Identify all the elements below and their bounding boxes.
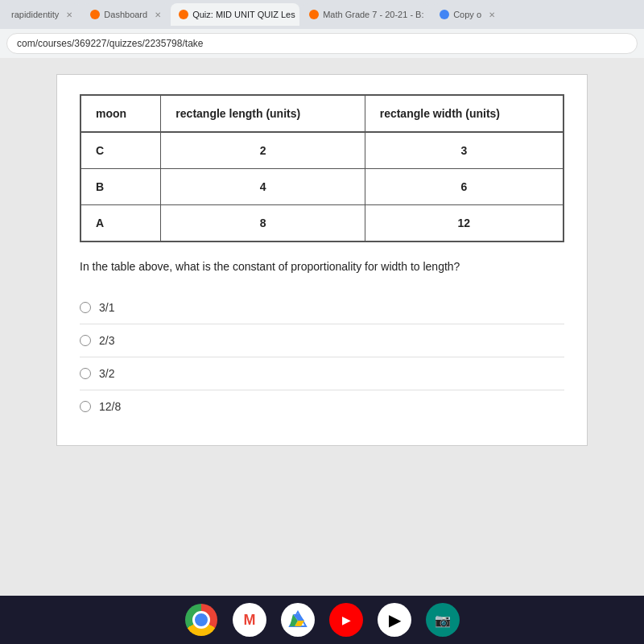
answer-label-3: 3/2 (99, 367, 114, 380)
tab-bar: rapididentity ✕ Dashboard ✕ Quiz: MID UN… (0, 0, 644, 29)
radio-button-2[interactable] (80, 335, 91, 346)
address-text: com/courses/369227/quizzes/2235798/take (17, 38, 204, 49)
cell-length-a: 8 (161, 205, 365, 242)
answer-options: 3/1 2/3 3/2 12/8 (80, 291, 564, 423)
tab-quiz[interactable]: Quiz: MID UNIT QUIZ Les ✕ (171, 3, 299, 26)
col-header-width: rectangle width (units) (365, 95, 564, 132)
col-header-length: rectangle length (units) (161, 95, 365, 132)
tab-favicon (440, 10, 449, 19)
address-bar-row: com/courses/369227/quizzes/2235798/take (0, 29, 644, 58)
tab-close-icon[interactable]: ✕ (155, 10, 161, 19)
answer-label-2: 2/3 (99, 334, 114, 347)
cell-width-c: 3 (365, 132, 564, 169)
chrome-taskbar-icon[interactable] (184, 603, 218, 637)
answer-option-1[interactable]: 3/1 (80, 291, 564, 324)
taskbar: M ▶ ▶ 📷 (0, 596, 644, 644)
cell-moon-a: A (80, 205, 161, 242)
youtube-icon: ▶ (342, 613, 351, 626)
answer-option-4[interactable]: 12/8 (80, 390, 564, 423)
tab-label: rapididentity (11, 10, 59, 19)
tab-favicon (90, 10, 100, 19)
radio-button-3[interactable] (80, 368, 91, 379)
gmail-taskbar-icon[interactable]: M (233, 603, 266, 637)
tab-favicon (179, 10, 188, 19)
tab-dashboard[interactable]: Dashboard ✕ (82, 3, 169, 26)
answer-option-3[interactable]: 3/2 (80, 357, 564, 390)
cell-moon-c: C (80, 132, 161, 169)
table-row: A 8 12 (80, 205, 564, 242)
question-text: In the table above, what is the constant… (80, 258, 564, 275)
data-table: moon rectangle length (units) rectangle … (80, 94, 564, 242)
drive-icon (288, 610, 308, 630)
quiz-panel: moon rectangle length (units) rectangle … (56, 74, 588, 446)
drive-taskbar-icon[interactable] (281, 603, 315, 637)
cell-width-a: 12 (365, 205, 564, 242)
cell-moon-b: B (80, 169, 161, 205)
youtube-taskbar-icon[interactable]: ▶ (329, 603, 363, 637)
radio-button-1[interactable] (80, 302, 91, 313)
tab-close-icon[interactable]: ✕ (66, 10, 72, 19)
table-row: C 2 3 (80, 132, 564, 169)
tab-label: Math Grade 7 - 20-21 - B: (323, 10, 423, 19)
table-row: B 4 6 (80, 169, 564, 205)
tab-label: Dashboard (104, 10, 147, 19)
radio-button-4[interactable] (80, 401, 91, 412)
play-store-taskbar-icon[interactable]: ▶ (378, 603, 411, 637)
col-header-moon: moon (80, 95, 161, 132)
meet-taskbar-icon[interactable]: 📷 (426, 603, 460, 637)
tab-label: Copy o (453, 10, 481, 19)
tab-close-icon[interactable]: ✕ (489, 10, 495, 19)
main-content: moon rectangle length (units) rectangle … (0, 58, 644, 596)
table-header-row: moon rectangle length (units) rectangle … (80, 95, 564, 132)
answer-label-4: 12/8 (99, 400, 121, 413)
tab-math[interactable]: Math Grade 7 - 20-21 - B: ✕ (301, 3, 430, 26)
cell-length-b: 4 (161, 169, 365, 205)
answer-label-1: 3/1 (99, 301, 114, 314)
meet-icon: 📷 (435, 613, 451, 628)
cell-length-c: 2 (161, 132, 365, 169)
browser-chrome: rapididentity ✕ Dashboard ✕ Quiz: MID UN… (0, 0, 644, 58)
tab-favicon (309, 10, 319, 19)
chrome-icon (185, 604, 217, 636)
address-bar[interactable]: com/courses/369227/quizzes/2235798/take (6, 33, 638, 54)
answer-option-2[interactable]: 2/3 (80, 324, 564, 357)
tab-rapididentity[interactable]: rapididentity ✕ (3, 3, 80, 26)
tab-copy[interactable]: Copy o ✕ (431, 3, 503, 26)
gmail-icon: M (244, 612, 256, 629)
cell-width-b: 6 (365, 169, 564, 205)
play-store-icon: ▶ (389, 610, 401, 630)
tab-label: Quiz: MID UNIT QUIZ Les (192, 10, 295, 19)
